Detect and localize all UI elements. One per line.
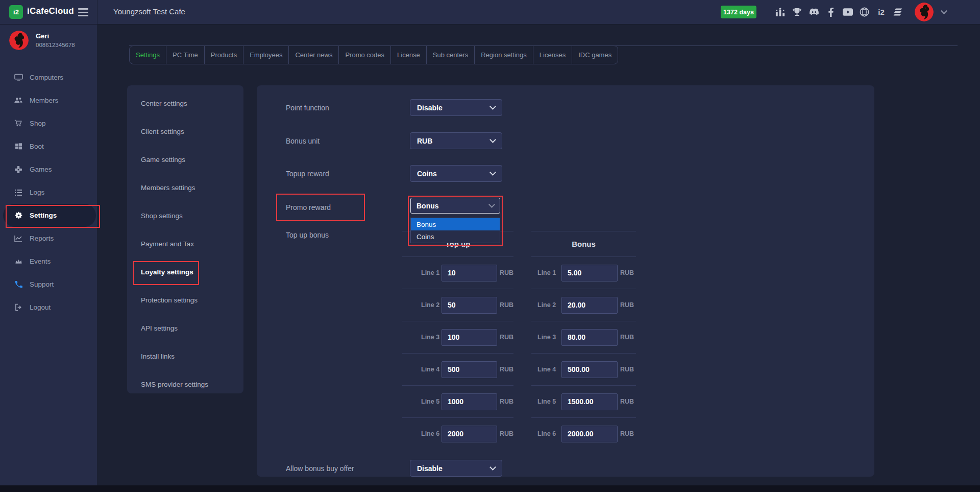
menu-item-shop-settings[interactable]: Shop settings — [127, 202, 243, 230]
cart-icon — [14, 120, 23, 127]
discord-icon[interactable] — [808, 7, 819, 18]
chevron-down-icon[interactable] — [941, 8, 947, 14]
menu-item-members-settings[interactable]: Members settings — [127, 174, 243, 202]
windows-icon — [14, 143, 23, 150]
table-row: Line 3 RUB — [402, 321, 513, 353]
topup-reward-label: Topup reward — [286, 170, 410, 178]
sidebar-item-games[interactable]: Games — [0, 158, 97, 181]
allow-bonus-buy-offer-label: Allow bonus buy offer — [286, 464, 410, 473]
bonus-line2-input[interactable] — [561, 297, 618, 314]
promo-reward-options: Bonus Coins — [410, 218, 500, 243]
top-up-line4-input[interactable] — [442, 361, 497, 378]
sidebar-item-boot[interactable]: Boot — [0, 135, 97, 158]
ranking-icon[interactable] — [775, 7, 786, 18]
menu-item-api-settings[interactable]: API settings — [127, 314, 243, 342]
table-row: Line 4 RUB — [402, 353, 513, 385]
table-row: Line 6 RUB — [531, 417, 636, 450]
menu-item-client-settings[interactable]: Client settings — [127, 118, 243, 146]
menu-item-loyalty-settings[interactable]: Loyalty settings — [127, 258, 243, 286]
top-up-line2-input[interactable] — [442, 297, 497, 314]
sidebar-item-members[interactable]: Members — [0, 89, 97, 112]
sidebar-item-shop[interactable]: Shop — [0, 112, 97, 135]
bottom-strip — [0, 485, 980, 492]
settings-menu-panel: Center settings Client settings Game set… — [127, 85, 243, 393]
bonus-line4-input[interactable] — [561, 361, 618, 378]
chart-icon — [14, 235, 23, 242]
top-up-line6-input[interactable] — [442, 426, 497, 442]
table-row: Line 5 RUB — [402, 385, 513, 417]
hamburger-menu-icon[interactable] — [78, 8, 88, 16]
sidebar-item-logout[interactable]: Logout — [0, 296, 97, 319]
globe-icon[interactable] — [859, 7, 870, 18]
chevron-down-icon — [488, 201, 495, 208]
loyalty-settings-form: Point function Disable Bonus unit RUB To… — [257, 85, 874, 477]
user-avatar[interactable] — [915, 3, 934, 21]
menu-item-install-links[interactable]: Install links — [127, 342, 243, 370]
menu-item-sms-provider-settings[interactable]: SMS provider settings — [127, 370, 243, 399]
bonus-unit-select[interactable]: RUB — [410, 132, 502, 149]
menu-item-protection-settings[interactable]: Protection settings — [127, 286, 243, 314]
logo-text: iCafeCloud — [27, 6, 74, 16]
allow-bonus-buy-offer-select[interactable]: Disable — [410, 460, 502, 477]
tab-promo-codes[interactable]: Promo codes — [339, 46, 391, 64]
sidebar-item-computers[interactable]: Computers — [0, 66, 97, 89]
sidebar-item-logs[interactable]: Logs — [0, 181, 97, 204]
top-up-bonus-label: Top up bonus — [286, 231, 329, 239]
sidebar-item-settings[interactable]: Settings — [3, 204, 96, 227]
table-row: Line 3 RUB — [531, 321, 636, 353]
bonus-line3-input[interactable] — [561, 329, 618, 346]
cafe-name-title: Youngzsoft Test Cafe — [113, 7, 185, 16]
tab-sub-centers[interactable]: Sub centers — [427, 46, 475, 64]
icafecloud-glyph-icon[interactable]: i2 — [876, 7, 887, 18]
tab-license[interactable]: License — [391, 46, 427, 64]
table-row: Line 2 RUB — [531, 289, 636, 321]
point-function-label: Point function — [286, 104, 410, 112]
table-row: Line 1 RUB — [531, 256, 636, 289]
bonus-line5-input[interactable] — [561, 393, 618, 410]
sidebar-user-name: Geri — [36, 32, 49, 40]
icafecloud-logo-icon[interactable]: i2 — [9, 5, 23, 19]
menu-item-game-settings[interactable]: Game settings — [127, 146, 243, 174]
monitor-icon — [14, 74, 23, 81]
sidebar-item-support[interactable]: Support — [0, 273, 97, 296]
tab-products[interactable]: Products — [205, 46, 243, 64]
bonus-column: Bonus Line 1 RUB Line 2 RUB Line 3 RUB L… — [531, 231, 636, 450]
bonus-unit-label: Bonus unit — [286, 137, 410, 145]
youngzsoft-icon[interactable] — [893, 7, 903, 18]
top-up-line5-input[interactable] — [442, 393, 497, 410]
topbar: i2 iCafeCloud Youngzsoft Test Cafe 1372 … — [0, 0, 980, 25]
point-function-select[interactable]: Disable — [410, 99, 502, 116]
gear-icon — [14, 211, 23, 220]
table-row: Line 4 RUB — [531, 353, 636, 385]
bonus-line1-input[interactable] — [561, 265, 618, 282]
tab-region-settings[interactable]: Region settings — [475, 46, 533, 64]
trophy-icon[interactable] — [792, 7, 802, 18]
promo-reward-select[interactable]: Bonus — [410, 198, 500, 214]
main-content: Settings PC Time Products Employees Cent… — [97, 24, 980, 485]
top-up-line3-input[interactable] — [442, 329, 497, 346]
tab-center-news[interactable]: Center news — [289, 46, 339, 64]
facebook-icon[interactable] — [825, 7, 836, 18]
sidebar-item-reports[interactable]: Reports — [0, 227, 97, 250]
bonus-line6-input[interactable] — [561, 426, 618, 442]
list-icon — [14, 189, 23, 196]
tab-licenses[interactable]: Licenses — [533, 46, 572, 64]
sidebar-nav: Computers Members Shop Boot Games Logs S… — [0, 66, 97, 319]
table-row: Line 6 RUB — [402, 417, 513, 450]
bonus-column-header: Bonus — [531, 231, 636, 256]
tab-idc-games[interactable]: IDC games — [572, 46, 618, 64]
gamepad-icon — [14, 166, 23, 174]
menu-item-payment-and-tax[interactable]: Payment and Tax — [127, 230, 243, 258]
topbar-right-cluster: 1372 days i2 — [721, 0, 946, 24]
tab-pc-time[interactable]: PC Time — [166, 46, 205, 64]
tab-employees[interactable]: Employees — [243, 46, 289, 64]
topup-reward-select[interactable]: Coins — [410, 165, 502, 182]
option-coins[interactable]: Coins — [411, 230, 500, 243]
menu-item-center-settings[interactable]: Center settings — [127, 89, 243, 118]
license-days-badge[interactable]: 1372 days — [721, 6, 756, 18]
tab-settings[interactable]: Settings — [130, 46, 166, 64]
sidebar-item-events[interactable]: Events — [0, 250, 97, 273]
option-bonus[interactable]: Bonus — [411, 218, 500, 230]
youtube-icon[interactable] — [842, 7, 853, 18]
top-up-line1-input[interactable] — [442, 265, 497, 282]
